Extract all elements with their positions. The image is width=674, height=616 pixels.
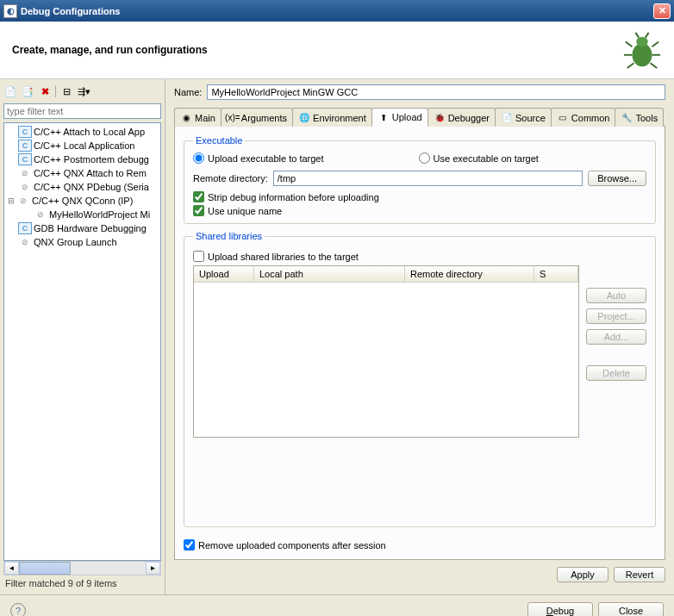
dialog-header: Create, manage, and run configurations (0, 22, 674, 79)
shared-libraries-group: Shared libraries Upload shared libraries… (184, 231, 656, 527)
unique-checkbox[interactable] (193, 205, 204, 216)
strip-label: Strip debug information before uploading (208, 192, 379, 202)
svg-line-8 (635, 33, 639, 38)
svg-line-2 (626, 41, 633, 47)
filter-status: Filter matched 9 of 9 items (3, 576, 161, 591)
tree-item[interactable]: ⊘C/C++ QNX Attach to Rem (4, 166, 160, 180)
svg-point-1 (636, 37, 647, 47)
tree-item[interactable]: ⊟⊘C/C++ QNX QConn (IP) (4, 194, 160, 208)
svg-line-3 (652, 41, 659, 47)
title-bar: ◐ Debug Configurations ✕ (0, 0, 674, 22)
duplicate-icon[interactable]: 📑 (21, 84, 34, 98)
tab-tools[interactable]: 🔧Tools (615, 108, 664, 127)
upload-shared-label: Upload shared libraries to the target (208, 252, 359, 262)
header-title: Create, manage, and run configurations (12, 44, 622, 56)
svg-line-6 (627, 63, 634, 68)
filter-icon[interactable]: ⇶▾ (77, 84, 90, 98)
upload-shared-checkbox[interactable] (193, 251, 204, 262)
browse-button[interactable]: Browse... (588, 171, 646, 186)
filter-input[interactable] (3, 103, 161, 119)
bug-icon (622, 30, 662, 70)
scroll-left-icon[interactable]: ◄ (4, 562, 19, 575)
close-button[interactable]: Close (598, 602, 664, 616)
svg-point-0 (633, 43, 652, 66)
config-tree[interactable]: CC/C++ Attach to Local App CC/C++ Local … (3, 122, 161, 561)
auto-button[interactable]: Auto (586, 288, 646, 303)
help-icon[interactable]: ? (10, 603, 26, 616)
table-header: Upload Local path Remote directory S (194, 266, 578, 283)
tab-debugger[interactable]: 🐞Debugger (427, 108, 496, 127)
dialog-footer: ? Debug Close (0, 594, 674, 616)
tree-item[interactable]: CC/C++ Attach to Local App (4, 125, 160, 139)
right-panel: Name: ◉Main (x)=Arguments 🌐Environment ⬆… (165, 79, 674, 594)
debug-button[interactable]: Debug (527, 602, 593, 616)
new-config-icon[interactable]: 📄 (3, 84, 17, 98)
col-remote[interactable]: Remote directory (405, 266, 534, 282)
app-icon: ◐ (3, 4, 17, 18)
svg-line-9 (646, 33, 649, 38)
tab-content: Executable Upload executable to target U… (174, 127, 665, 560)
shared-legend: Shared libraries (193, 231, 265, 241)
shared-table[interactable]: Upload Local path Remote directory S (193, 265, 579, 438)
tab-environment[interactable]: 🌐Environment (292, 108, 372, 127)
radio-use-executable[interactable]: Use executable on target (419, 152, 539, 164)
tree-item[interactable]: ⊘MyHelloWorldProject Mi (4, 208, 160, 221)
tab-main[interactable]: ◉Main (174, 108, 222, 127)
remove-after-checkbox[interactable] (184, 539, 195, 551)
remote-dir-input[interactable] (273, 171, 583, 186)
delete-icon[interactable]: ✖ (38, 84, 52, 98)
revert-button[interactable]: Revert (614, 567, 665, 582)
executable-group: Executable Upload executable to target U… (184, 135, 656, 224)
col-local[interactable]: Local path (254, 266, 405, 282)
strip-checkbox[interactable] (193, 191, 204, 202)
col-upload[interactable]: Upload (194, 266, 254, 282)
config-toolbar: 📄 📑 ✖ ⊟ ⇶▾ (3, 83, 161, 103)
delete-button[interactable]: Delete (586, 365, 646, 381)
scroll-right-icon[interactable]: ► (146, 562, 160, 575)
tab-upload[interactable]: ⬆Upload (371, 108, 428, 127)
remote-dir-label: Remote directory: (193, 173, 268, 184)
left-panel: 📄 📑 ✖ ⊟ ⇶▾ CC/C++ Attach to Local App CC… (0, 79, 165, 594)
tree-item[interactable]: CGDB Hardware Debugging (4, 221, 160, 235)
col-s[interactable]: S (534, 266, 578, 282)
svg-line-7 (651, 63, 658, 68)
tree-item[interactable]: ⊘QNX Group Launch (4, 235, 160, 249)
name-input[interactable] (207, 84, 665, 100)
tab-arguments[interactable]: (x)=Arguments (221, 108, 293, 127)
tab-bar: ◉Main (x)=Arguments 🌐Environment ⬆Upload… (174, 107, 665, 127)
add-button[interactable]: Add... (586, 329, 646, 345)
name-label: Name: (174, 87, 202, 97)
radio-upload-executable[interactable]: Upload executable to target (193, 152, 324, 164)
remove-after-label: Remove uploaded components after session (198, 540, 386, 551)
project-button[interactable]: Project... (586, 308, 646, 324)
tree-item[interactable]: ⊘C/C++ QNX PDebug (Seria (4, 180, 160, 194)
tree-item[interactable]: CC/C++ Local Application (4, 139, 160, 152)
executable-legend: Executable (193, 135, 245, 146)
tree-item[interactable]: CC/C++ Postmortem debugg (4, 152, 160, 166)
horizontal-scrollbar[interactable]: ◄ ► (3, 561, 161, 576)
tab-common[interactable]: ▭Common (551, 108, 616, 127)
close-icon[interactable]: ✕ (653, 3, 671, 19)
unique-label: Use unique name (208, 206, 282, 216)
collapse-icon[interactable]: ⊟ (59, 84, 73, 98)
apply-button[interactable]: Apply (557, 567, 608, 582)
collapse-toggle-icon[interactable]: ⊟ (6, 196, 16, 205)
window-title: Debug Configurations (21, 6, 653, 16)
tab-source[interactable]: 📄Source (495, 108, 552, 127)
separator (55, 85, 56, 97)
scroll-thumb[interactable] (19, 562, 71, 575)
